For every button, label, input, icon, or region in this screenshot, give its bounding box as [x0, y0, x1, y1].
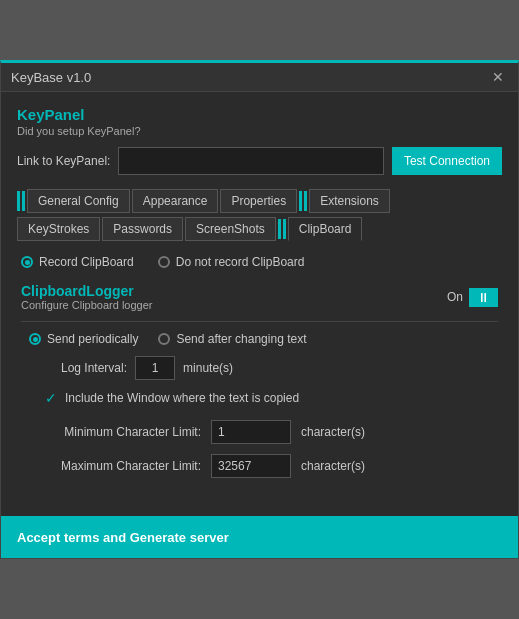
logger-title: ClipboardLogger [21, 283, 152, 299]
logger-toggle: On ⏸ [447, 288, 498, 307]
send-after-change-label: Send after changing text [176, 332, 306, 346]
min-char-row: Minimum Character Limit: character(s) [21, 420, 498, 444]
tab-general-label[interactable]: General Config [27, 189, 130, 213]
max-char-row: Maximum Character Limit: character(s) [21, 454, 498, 478]
tab-clipboard-label[interactable]: ClipBoard [288, 217, 363, 241]
send-options-row: Send periodically Send after changing te… [21, 332, 498, 346]
record-clipboard-label: Record ClipBoard [39, 255, 134, 269]
clipboard-section: Record ClipBoard Do not record ClipBoard… [17, 255, 502, 406]
interval-unit: minute(s) [183, 361, 233, 375]
tab-extensions-label[interactable]: Extensions [309, 189, 390, 213]
no-record-clipboard-option[interactable]: Do not record ClipBoard [158, 255, 305, 269]
window-title: KeyBase v1.0 [11, 70, 91, 85]
include-window-label: Include the Window where the text is cop… [65, 391, 299, 405]
max-char-unit: character(s) [301, 459, 365, 473]
char-limit-section: Minimum Character Limit: character(s) Ma… [17, 420, 502, 478]
footer-label: Accept terms and Generate server [17, 530, 229, 545]
link-input[interactable] [118, 147, 384, 175]
link-label: Link to KeyPanel: [17, 154, 110, 168]
logger-header-row: ClipboardLogger Configure Clipboard logg… [21, 283, 498, 311]
interval-row: Log Interval: minute(s) [21, 356, 498, 380]
min-char-unit: character(s) [301, 425, 365, 439]
no-record-clipboard-label: Do not record ClipBoard [176, 255, 305, 269]
close-button[interactable]: ✕ [488, 69, 508, 85]
min-char-input[interactable] [211, 420, 291, 444]
tab-passwords[interactable]: Passwords [102, 217, 183, 241]
divider-1 [21, 321, 498, 322]
record-radio-circle [21, 256, 33, 268]
include-window-row[interactable]: ✓ Include the Window where the text is c… [21, 390, 498, 406]
pause-button[interactable]: ⏸ [469, 288, 498, 307]
check-mark-icon: ✓ [45, 390, 57, 406]
on-label: On [447, 290, 463, 304]
link-row: Link to KeyPanel: Test Connection [17, 147, 502, 175]
interval-input[interactable] [135, 356, 175, 380]
main-content: KeyPanel Did you setup KeyPanel? Link to… [1, 92, 518, 502]
logger-subtitle: Configure Clipboard logger [21, 299, 152, 311]
tab-extensions[interactable]: Extensions [299, 189, 390, 213]
keypanel-title: KeyPanel [17, 106, 502, 123]
tab-clipboard[interactable]: ClipBoard [278, 217, 363, 241]
title-bar: KeyBase v1.0 ✕ [1, 63, 518, 92]
max-char-label: Maximum Character Limit: [21, 459, 201, 473]
send-periodically-label: Send periodically [47, 332, 138, 346]
send-periodically-option[interactable]: Send periodically [29, 332, 138, 346]
logger-info: ClipboardLogger Configure Clipboard logg… [21, 283, 152, 311]
footer-button[interactable]: Accept terms and Generate server [1, 516, 518, 558]
record-clipboard-option[interactable]: Record ClipBoard [21, 255, 134, 269]
keypanel-subtitle: Did you setup KeyPanel? [17, 125, 502, 137]
min-char-label: Minimum Character Limit: [21, 425, 201, 439]
tab-keystrokes[interactable]: KeyStrokes [17, 217, 100, 241]
interval-label: Log Interval: [61, 361, 127, 375]
send-periodically-radio [29, 333, 41, 345]
record-radio-row: Record ClipBoard Do not record ClipBoard [21, 255, 498, 269]
main-window: KeyBase v1.0 ✕ KeyPanel Did you setup Ke… [0, 60, 519, 559]
send-after-change-option[interactable]: Send after changing text [158, 332, 306, 346]
send-after-change-radio [158, 333, 170, 345]
tab-appearance[interactable]: Appearance [132, 189, 219, 213]
tab-general-config[interactable]: General Config [17, 189, 130, 213]
tab-screenshots[interactable]: ScreenShots [185, 217, 276, 241]
no-record-radio-circle [158, 256, 170, 268]
max-char-input[interactable] [211, 454, 291, 478]
tabs-row-1: General Config Appearance Properties Ext… [17, 189, 502, 213]
tab-properties[interactable]: Properties [220, 189, 297, 213]
tabs-row-2: KeyStrokes Passwords ScreenShots ClipBoa… [17, 217, 502, 241]
test-connection-button[interactable]: Test Connection [392, 147, 502, 175]
